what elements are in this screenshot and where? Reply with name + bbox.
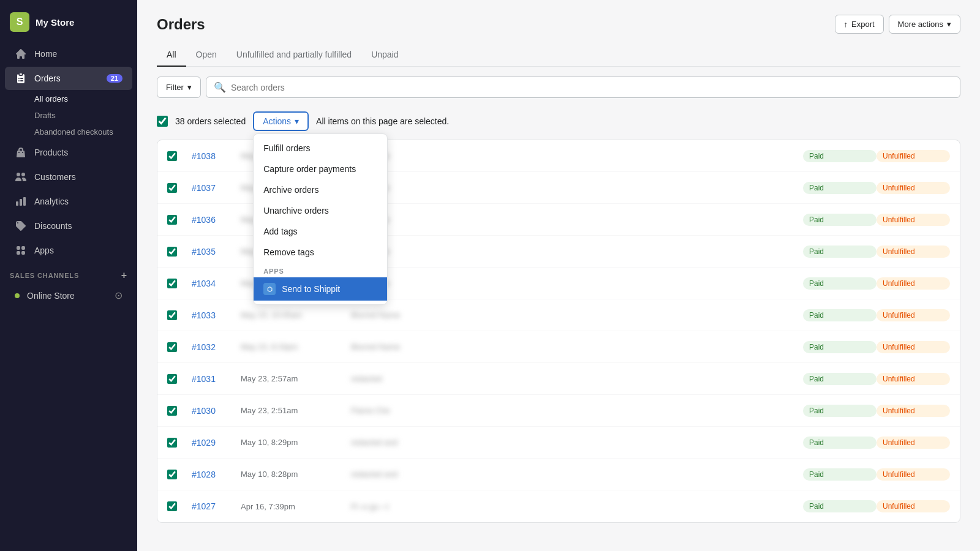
subnav-drafts[interactable]: Drafts: [29, 107, 132, 124]
dropdown-remove-tags[interactable]: Remove tags: [254, 242, 387, 263]
row-checkbox[interactable]: [167, 406, 177, 416]
fulfillment-badge: Unfulfilled: [876, 437, 950, 449]
row-checkbox[interactable]: [167, 342, 177, 352]
sidebar-item-analytics[interactable]: Analytics: [5, 190, 132, 213]
row-checkbox[interactable]: [167, 310, 177, 320]
order-link[interactable]: #1027: [192, 501, 241, 511]
order-link[interactable]: #1031: [192, 374, 241, 384]
add-channel-icon[interactable]: +: [121, 270, 127, 281]
filter-button[interactable]: Filter ▾: [157, 77, 201, 98]
order-date: May 23, 10:05am: [241, 310, 351, 320]
table-row: #1029 May 10, 8:29pm redacted and Paid U…: [157, 427, 960, 459]
payment-badge: Paid: [803, 468, 876, 481]
order-date: May 23, 2:51am: [241, 406, 351, 415]
store-icon: S: [10, 12, 29, 32]
search-input[interactable]: [231, 83, 952, 92]
row-checkbox[interactable]: [167, 501, 177, 511]
payment-badge: Paid: [803, 341, 876, 353]
customer-name: Flame Che: [351, 406, 803, 415]
apps-section-label: APPS: [254, 263, 387, 277]
sidebar-item-orders[interactable]: Orders 21: [5, 67, 132, 90]
filters-row: Filter ▾ 🔍: [157, 77, 960, 98]
sidebar-item-discounts-label: Discounts: [34, 221, 72, 231]
export-icon: ↑: [844, 20, 848, 29]
actions-dropdown-container: Actions ▾ Fulfill orders Capture order p…: [253, 111, 309, 131]
order-link[interactable]: #1028: [192, 470, 241, 479]
payment-badge: Paid: [803, 405, 876, 417]
order-link[interactable]: #1037: [192, 183, 241, 193]
table-row: #1032 May 23, 8:33pm Blurred Name Paid U…: [157, 331, 960, 363]
order-link[interactable]: #1035: [192, 247, 241, 257]
order-date: May 23, 8:33pm: [241, 342, 351, 351]
fulfillment-badge: Unfulfilled: [876, 309, 950, 321]
analytics-icon: [15, 195, 27, 208]
sidebar-item-customers-label: Customers: [34, 172, 76, 182]
sidebar-item-products-label: Products: [34, 148, 68, 157]
dropdown-capture[interactable]: Capture order payments: [254, 159, 387, 179]
order-link[interactable]: #1029: [192, 438, 241, 448]
order-link[interactable]: #1036: [192, 215, 241, 225]
orders-badge: 21: [107, 74, 123, 83]
order-link[interactable]: #1034: [192, 279, 241, 288]
fulfillment-badge: Unfulfilled: [876, 373, 950, 385]
order-link[interactable]: #1032: [192, 342, 241, 352]
sidebar-item-online-store[interactable]: Online Store ⊙: [5, 284, 132, 307]
fulfillment-badge: Unfulfilled: [876, 150, 950, 162]
sidebar-item-apps[interactable]: Apps: [5, 239, 132, 262]
order-date: May 10, 8:29pm: [241, 438, 351, 447]
shippit-icon: ⬡: [263, 283, 276, 295]
tab-unpaid[interactable]: Unpaid: [361, 43, 408, 67]
more-actions-button[interactable]: More actions ▾: [889, 15, 960, 34]
sidebar-item-customers[interactable]: Customers: [5, 165, 132, 189]
fulfillment-badge: Unfulfilled: [876, 405, 950, 417]
actions-button[interactable]: Actions ▾: [253, 111, 309, 131]
tab-all[interactable]: All: [157, 43, 186, 67]
sales-channels-section: SALES CHANNELS +: [0, 263, 137, 283]
sidebar-item-home[interactable]: Home: [5, 42, 132, 66]
online-store-expand-icon[interactable]: ⊙: [115, 290, 123, 301]
export-button[interactable]: ↑ Export: [835, 15, 884, 34]
tab-open[interactable]: Open: [186, 43, 227, 67]
order-link[interactable]: #1033: [192, 310, 241, 320]
order-date: May 10, 8:28pm: [241, 470, 351, 479]
payment-badge: Paid: [803, 309, 876, 321]
customer-name: Blurred Name: [351, 342, 803, 351]
tab-unfulfilled[interactable]: Unfulfilled and partially fulfilled: [227, 43, 361, 67]
selection-count: 38 orders selected: [175, 116, 246, 126]
row-checkbox[interactable]: [167, 215, 177, 225]
payment-badge: Paid: [803, 373, 876, 385]
table-row: #1028 May 10, 8:28pm redacted and Paid U…: [157, 459, 960, 490]
row-checkbox[interactable]: [167, 279, 177, 288]
select-all-checkbox[interactable]: [157, 116, 168, 127]
fulfillment-badge: Unfulfilled: [876, 246, 950, 258]
order-link[interactable]: #1030: [192, 406, 241, 416]
payment-badge: Paid: [803, 150, 876, 162]
online-store-status-dot: [15, 293, 20, 298]
customer-name: Flame Che: [351, 183, 803, 192]
sidebar-item-products[interactable]: Products: [5, 141, 132, 164]
orders-icon: [15, 72, 27, 84]
sidebar-logo: S My Store: [0, 5, 137, 39]
fulfillment-badge: Unfulfilled: [876, 341, 950, 353]
search-box: 🔍: [206, 77, 960, 98]
order-link[interactable]: #1038: [192, 151, 241, 161]
subnav-all-orders[interactable]: All orders: [29, 91, 132, 107]
row-checkbox[interactable]: [167, 151, 177, 161]
row-checkbox[interactable]: [167, 470, 177, 479]
row-checkbox[interactable]: [167, 438, 177, 448]
customer-name: Fl--e gu---t: [351, 502, 803, 511]
dropdown-add-tags[interactable]: Add tags: [254, 221, 387, 242]
selection-info: All items on this page are selected.: [316, 116, 449, 126]
row-checkbox[interactable]: [167, 247, 177, 257]
sidebar-item-analytics-label: Analytics: [34, 197, 69, 206]
dropdown-unarchive[interactable]: Unarchive orders: [254, 200, 387, 221]
row-checkbox[interactable]: [167, 183, 177, 193]
dropdown-archive[interactable]: Archive orders: [254, 179, 387, 200]
fulfillment-badge: Unfulfilled: [876, 182, 950, 194]
dropdown-fulfill[interactable]: Fulfill orders: [254, 138, 387, 159]
discounts-icon: [15, 220, 27, 232]
row-checkbox[interactable]: [167, 374, 177, 384]
subnav-abandoned[interactable]: Abandoned checkouts: [29, 124, 132, 140]
sidebar-item-discounts[interactable]: Discounts: [5, 214, 132, 238]
dropdown-shippit[interactable]: ⬡ Send to Shippit: [254, 277, 387, 301]
